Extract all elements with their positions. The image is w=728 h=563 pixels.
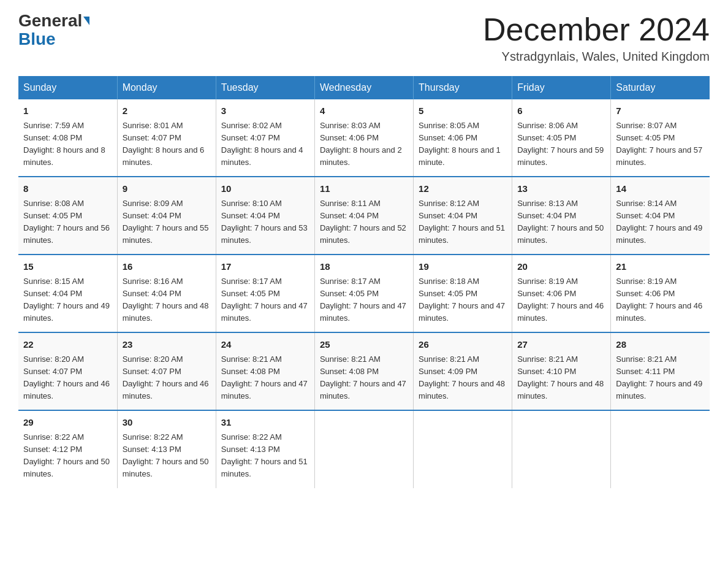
day-number: 18 xyxy=(320,260,408,274)
calendar-day-cell: 14Sunrise: 8:14 AMSunset: 4:04 PMDayligh… xyxy=(611,177,710,255)
day-info: Sunrise: 8:21 AMSunset: 4:11 PMDaylight:… xyxy=(616,353,705,403)
calendar-day-cell: 3Sunrise: 8:02 AMSunset: 4:07 PMDaylight… xyxy=(216,99,314,177)
calendar-day-cell: 7Sunrise: 8:07 AMSunset: 4:05 PMDaylight… xyxy=(611,99,710,177)
day-info: Sunrise: 8:05 AMSunset: 4:06 PMDaylight:… xyxy=(419,120,507,169)
calendar-week-row: 22Sunrise: 8:20 AMSunset: 4:07 PMDayligh… xyxy=(18,332,710,410)
calendar-day-cell: 4Sunrise: 8:03 AMSunset: 4:06 PMDaylight… xyxy=(314,99,413,177)
calendar-day-cell: 23Sunrise: 8:20 AMSunset: 4:07 PMDayligh… xyxy=(117,332,216,410)
day-info: Sunrise: 8:21 AMSunset: 4:10 PMDaylight:… xyxy=(517,353,605,403)
day-number: 20 xyxy=(517,260,605,274)
calendar-day-cell: 12Sunrise: 8:12 AMSunset: 4:04 PMDayligh… xyxy=(414,177,512,255)
day-info: Sunrise: 8:09 AMSunset: 4:04 PMDaylight:… xyxy=(123,197,211,247)
day-number: 1 xyxy=(23,104,112,118)
calendar-day-cell: 11Sunrise: 8:11 AMSunset: 4:04 PMDayligh… xyxy=(314,177,413,255)
col-sunday: Sunday xyxy=(18,76,117,99)
calendar-day-cell: 27Sunrise: 8:21 AMSunset: 4:10 PMDayligh… xyxy=(512,332,611,410)
calendar-week-row: 1Sunrise: 7:59 AMSunset: 4:08 PMDaylight… xyxy=(18,99,710,177)
day-info: Sunrise: 8:13 AMSunset: 4:04 PMDaylight:… xyxy=(517,197,605,247)
day-number: 8 xyxy=(23,182,112,196)
calendar-body: 1Sunrise: 7:59 AMSunset: 4:08 PMDaylight… xyxy=(18,99,710,488)
day-info: Sunrise: 8:16 AMSunset: 4:04 PMDaylight:… xyxy=(123,275,211,325)
calendar-day-cell: 8Sunrise: 8:08 AMSunset: 4:05 PMDaylight… xyxy=(18,177,117,255)
calendar-day-cell xyxy=(414,410,512,488)
day-info: Sunrise: 8:03 AMSunset: 4:06 PMDaylight:… xyxy=(320,120,408,169)
day-number: 4 xyxy=(320,104,408,118)
day-info: Sunrise: 8:20 AMSunset: 4:07 PMDaylight:… xyxy=(123,353,211,403)
calendar-header: Sunday Monday Tuesday Wednesday Thursday… xyxy=(18,76,710,99)
day-info: Sunrise: 8:19 AMSunset: 4:06 PMDaylight:… xyxy=(517,275,605,325)
calendar-day-cell: 13Sunrise: 8:13 AMSunset: 4:04 PMDayligh… xyxy=(512,177,611,255)
calendar-day-cell: 22Sunrise: 8:20 AMSunset: 4:07 PMDayligh… xyxy=(18,332,117,410)
day-number: 7 xyxy=(616,104,705,118)
day-number: 12 xyxy=(419,182,507,196)
day-number: 30 xyxy=(123,416,211,430)
day-info: Sunrise: 8:17 AMSunset: 4:05 PMDaylight:… xyxy=(320,275,408,325)
calendar-day-cell: 30Sunrise: 8:22 AMSunset: 4:13 PMDayligh… xyxy=(117,410,216,488)
calendar-day-cell xyxy=(512,410,611,488)
month-title: December 2024 xyxy=(483,12,710,47)
calendar-day-cell: 2Sunrise: 8:01 AMSunset: 4:07 PMDaylight… xyxy=(117,99,216,177)
day-number: 11 xyxy=(320,182,408,196)
day-number: 22 xyxy=(23,338,112,352)
calendar-day-cell: 5Sunrise: 8:05 AMSunset: 4:06 PMDaylight… xyxy=(414,99,512,177)
calendar-day-cell: 26Sunrise: 8:21 AMSunset: 4:09 PMDayligh… xyxy=(414,332,512,410)
calendar-day-cell: 6Sunrise: 8:06 AMSunset: 4:05 PMDaylight… xyxy=(512,99,611,177)
col-tuesday: Tuesday xyxy=(216,76,314,99)
calendar-day-cell: 17Sunrise: 8:17 AMSunset: 4:05 PMDayligh… xyxy=(216,255,314,332)
day-info: Sunrise: 8:19 AMSunset: 4:06 PMDaylight:… xyxy=(616,275,705,325)
calendar-week-row: 29Sunrise: 8:22 AMSunset: 4:12 PMDayligh… xyxy=(18,410,710,488)
logo-blue-text: Blue xyxy=(18,29,56,49)
calendar-day-cell: 1Sunrise: 7:59 AMSunset: 4:08 PMDaylight… xyxy=(18,99,117,177)
calendar-day-cell: 18Sunrise: 8:17 AMSunset: 4:05 PMDayligh… xyxy=(314,255,413,332)
logo-triangle-icon xyxy=(83,17,89,25)
day-info: Sunrise: 8:18 AMSunset: 4:05 PMDaylight:… xyxy=(419,275,507,325)
calendar-day-cell: 25Sunrise: 8:21 AMSunset: 4:08 PMDayligh… xyxy=(314,332,413,410)
day-number: 25 xyxy=(320,338,408,352)
day-number: 2 xyxy=(123,104,211,118)
calendar-day-cell: 15Sunrise: 8:15 AMSunset: 4:04 PMDayligh… xyxy=(18,255,117,332)
calendar-day-cell: 31Sunrise: 8:22 AMSunset: 4:13 PMDayligh… xyxy=(216,410,314,488)
day-info: Sunrise: 8:11 AMSunset: 4:04 PMDaylight:… xyxy=(320,197,408,247)
day-number: 10 xyxy=(221,182,309,196)
calendar-week-row: 8Sunrise: 8:08 AMSunset: 4:05 PMDaylight… xyxy=(18,177,710,255)
col-friday: Friday xyxy=(512,76,611,99)
day-info: Sunrise: 8:22 AMSunset: 4:13 PMDaylight:… xyxy=(123,431,211,481)
day-info: Sunrise: 8:17 AMSunset: 4:05 PMDaylight:… xyxy=(221,275,309,325)
calendar-day-cell: 19Sunrise: 8:18 AMSunset: 4:05 PMDayligh… xyxy=(414,255,512,332)
calendar-table: Sunday Monday Tuesday Wednesday Thursday… xyxy=(18,76,710,488)
day-info: Sunrise: 8:15 AMSunset: 4:04 PMDaylight:… xyxy=(23,275,112,325)
day-number: 6 xyxy=(517,104,605,118)
day-info: Sunrise: 8:08 AMSunset: 4:05 PMDaylight:… xyxy=(23,197,112,247)
location-subtitle: Ystradgynlais, Wales, United Kingdom xyxy=(483,50,710,64)
day-number: 24 xyxy=(221,338,309,352)
day-info: Sunrise: 8:21 AMSunset: 4:08 PMDaylight:… xyxy=(320,353,408,403)
day-info: Sunrise: 8:21 AMSunset: 4:08 PMDaylight:… xyxy=(221,353,309,403)
calendar-day-cell: 10Sunrise: 8:10 AMSunset: 4:04 PMDayligh… xyxy=(216,177,314,255)
calendar-day-cell: 20Sunrise: 8:19 AMSunset: 4:06 PMDayligh… xyxy=(512,255,611,332)
day-info: Sunrise: 8:01 AMSunset: 4:07 PMDaylight:… xyxy=(123,120,211,169)
day-number: 28 xyxy=(616,338,705,352)
day-info: Sunrise: 8:22 AMSunset: 4:13 PMDaylight:… xyxy=(221,431,309,481)
day-info: Sunrise: 8:12 AMSunset: 4:04 PMDaylight:… xyxy=(419,197,507,247)
day-number: 15 xyxy=(23,260,112,274)
day-number: 9 xyxy=(123,182,211,196)
page-header: General Blue December 2024 Ystradgynlais… xyxy=(18,12,710,64)
day-number: 23 xyxy=(123,338,211,352)
day-number: 27 xyxy=(517,338,605,352)
day-number: 21 xyxy=(616,260,705,274)
calendar-day-cell: 9Sunrise: 8:09 AMSunset: 4:04 PMDaylight… xyxy=(117,177,216,255)
day-number: 17 xyxy=(221,260,309,274)
logo: General Blue xyxy=(18,12,89,49)
day-number: 31 xyxy=(221,416,309,430)
title-section: December 2024 Ystradgynlais, Wales, Unit… xyxy=(483,12,710,64)
calendar-day-cell: 28Sunrise: 8:21 AMSunset: 4:11 PMDayligh… xyxy=(611,332,710,410)
day-number: 16 xyxy=(123,260,211,274)
day-info: Sunrise: 8:06 AMSunset: 4:05 PMDaylight:… xyxy=(517,120,605,169)
day-info: Sunrise: 8:02 AMSunset: 4:07 PMDaylight:… xyxy=(221,120,309,169)
day-number: 26 xyxy=(419,338,507,352)
day-info: Sunrise: 8:22 AMSunset: 4:12 PMDaylight:… xyxy=(23,431,112,481)
calendar-day-cell: 29Sunrise: 8:22 AMSunset: 4:12 PMDayligh… xyxy=(18,410,117,488)
calendar-day-cell xyxy=(314,410,413,488)
col-saturday: Saturday xyxy=(611,76,710,99)
day-number: 14 xyxy=(616,182,705,196)
